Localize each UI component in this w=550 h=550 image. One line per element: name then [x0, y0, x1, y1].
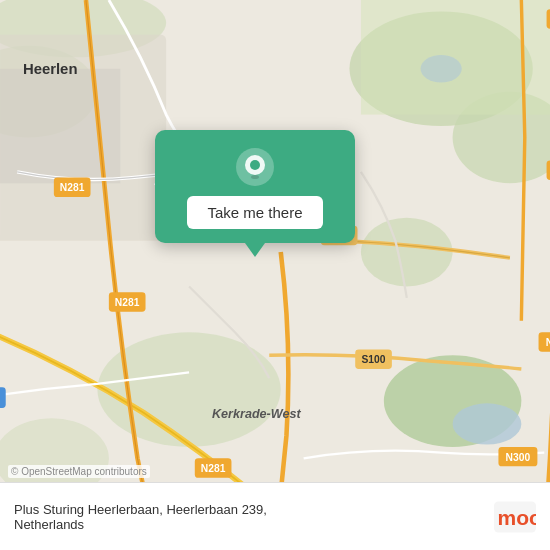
svg-text:Kerkrade-West: Kerkrade-West — [212, 407, 301, 421]
svg-point-8 — [97, 332, 280, 447]
moovit-logo-icon: moovit — [494, 501, 536, 533]
svg-text:Heerlen: Heerlen — [23, 61, 78, 77]
take-me-there-button[interactable]: Take me there — [187, 196, 322, 229]
svg-text:N300: N300 — [546, 337, 550, 348]
svg-point-10 — [453, 403, 522, 444]
location-popup: Take me there — [155, 130, 355, 243]
svg-point-41 — [250, 160, 260, 170]
svg-text:N281: N281 — [60, 182, 85, 193]
bottom-info-bar: Plus Sturing Heerlerbaan, Heerlerbaan 23… — [0, 482, 550, 550]
svg-text:S100: S100 — [362, 354, 386, 365]
address-line2: Netherlands — [14, 517, 267, 532]
moovit-logo: moovit — [494, 501, 536, 533]
svg-text:N281: N281 — [115, 297, 140, 308]
location-pin-icon — [236, 148, 274, 186]
svg-point-4 — [361, 218, 453, 287]
svg-point-11 — [421, 55, 462, 83]
svg-rect-28 — [547, 160, 550, 179]
address-line1: Plus Sturing Heerlerbaan, Heerlerbaan 23… — [14, 502, 267, 517]
svg-text:moovit: moovit — [498, 506, 537, 529]
address-block: Plus Sturing Heerlerbaan, Heerlerbaan 23… — [14, 502, 267, 532]
svg-point-42 — [251, 175, 259, 179]
map-container: A76 N281 N281 N281 S100 S100 N300 N300 N… — [0, 0, 550, 550]
svg-rect-14 — [0, 387, 6, 408]
svg-rect-26 — [547, 9, 550, 28]
map-attribution: © OpenStreetMap contributors — [8, 465, 150, 478]
svg-text:N300: N300 — [506, 452, 531, 463]
svg-text:N281: N281 — [201, 463, 226, 474]
